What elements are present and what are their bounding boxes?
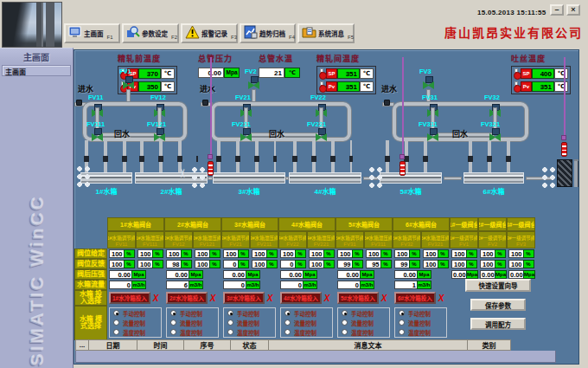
mode-radio[interactable] xyxy=(170,310,176,316)
valve-setpoint-field[interactable]: 100 xyxy=(366,249,380,258)
minimize-button[interactable]: – xyxy=(550,4,564,16)
mode-radio[interactable] xyxy=(342,320,348,326)
value-cell[interactable]: 0.00Mpa xyxy=(107,269,164,280)
value-cell[interactable]: 0% xyxy=(278,259,307,269)
value-cell[interactable]: 100% xyxy=(507,249,535,259)
tank-invest-button[interactable]: 5#水冷箱投入 xyxy=(337,292,379,304)
valve-subheader[interactable]: 3#水箱调节阀FV21 xyxy=(221,231,250,249)
toolbar-trend-archive-button[interactable]: 趋势归档 F4 xyxy=(240,23,296,43)
value-cell[interactable]: 100% xyxy=(478,259,507,269)
valve-feedback-value[interactable]: 98 xyxy=(166,260,181,268)
valve-feedback-value[interactable]: 0 xyxy=(280,260,295,268)
value-cell[interactable]: 0m3/h xyxy=(107,280,164,290)
valve-FV121[interactable] xyxy=(154,128,165,141)
sidebar-item-main-screen[interactable]: 主画面 xyxy=(2,65,71,76)
value-cell[interactable]: 100% xyxy=(336,249,364,259)
water-tank-5[interactable] xyxy=(380,172,442,184)
value-cell[interactable]: 100% xyxy=(193,259,221,269)
table-corner[interactable] xyxy=(74,231,107,249)
tank-flow-value[interactable]: 0 xyxy=(337,281,360,289)
value-cell[interactable]: 0m3/h xyxy=(336,280,393,290)
valve-feedback-value[interactable]: 95 xyxy=(366,260,380,268)
toolbar-alarm-log-button[interactable]: 报警记录 F3 xyxy=(181,23,238,43)
invest-cell[interactable]: 6#水冷箱投入X xyxy=(393,290,450,306)
valve-setpoint-field[interactable]: 100 xyxy=(451,249,466,258)
valve-setpoint-field[interactable]: 100 xyxy=(337,249,352,258)
valve-FV321[interactable] xyxy=(489,128,501,141)
valve-setpoint-field[interactable]: 100 xyxy=(195,249,209,258)
mode-cell[interactable]: 手动控制流量控制温度控制 xyxy=(164,306,221,340)
valve-setpoint-field[interactable]: 100 xyxy=(137,249,152,258)
mode-radio[interactable] xyxy=(113,320,119,326)
valve-feedback-value[interactable]: 100 xyxy=(195,260,209,268)
valve-feedback-value[interactable]: 100 xyxy=(252,260,266,268)
toolbar-system-message-button[interactable]: 系统消息 F5 xyxy=(297,23,355,43)
valve-group-header[interactable]: 2#一级阀台 xyxy=(478,217,507,231)
toolbar-parameter-set-button[interactable]: 参数设定 F2 xyxy=(122,23,179,43)
after-valve-pressure[interactable]: 0.00 xyxy=(480,270,495,279)
after-valve-pressure[interactable]: 0.00 xyxy=(508,270,523,279)
valve-subheader[interactable]: 5#水箱泄压阀FV311 xyxy=(364,231,393,249)
valve-feedback-value[interactable]: 100 xyxy=(109,260,124,268)
after-valve-pressure[interactable]: 0.00 xyxy=(337,270,360,279)
row-label[interactable]: 水箱 投入选择 xyxy=(74,290,107,306)
value-cell[interactable]: 6m3/h xyxy=(164,280,221,290)
tank-invest-button[interactable]: 4#水冷箱投入 xyxy=(280,292,322,304)
alarm-empty-list[interactable] xyxy=(75,351,556,363)
valve-setpoint-field[interactable]: 100 xyxy=(508,249,523,258)
valve-subheader[interactable]: 1#水箱泄压阀FV111 xyxy=(136,231,164,249)
mode-cell[interactable]: 手动控制流量控制温度控制 xyxy=(278,306,336,340)
mode-radio[interactable] xyxy=(227,329,233,335)
invest-cell[interactable]: 3#水冷箱投入X xyxy=(221,290,278,306)
valve-feedback-value[interactable]: 99 xyxy=(337,260,352,268)
water-tank-4[interactable] xyxy=(289,172,361,184)
quick-setup-wizard-button[interactable]: 快速设置向导 xyxy=(465,279,531,292)
valve-group-header[interactable]: 6#水箱阀台 xyxy=(393,217,450,231)
close-button[interactable]: × xyxy=(566,4,580,16)
tank-invest-button[interactable]: 2#水冷箱投入 xyxy=(166,292,208,304)
after-valve-pressure[interactable]: 0.00 xyxy=(166,270,189,279)
value-cell[interactable]: 100% xyxy=(450,259,478,269)
valve-setpoint-field[interactable]: 100 xyxy=(309,249,323,258)
mode-radio[interactable] xyxy=(284,310,291,316)
valve-subheader[interactable]: 2#水箱调节阀FV12 xyxy=(164,231,193,249)
value-cell[interactable]: 99% xyxy=(393,259,421,269)
water-tank-6[interactable] xyxy=(463,172,524,184)
valve-subheader[interactable]: 6#水箱调节阀FV32 xyxy=(393,231,421,249)
valve-subheader[interactable]: 3#水箱泄压阀FV211 xyxy=(250,231,278,249)
value-cell[interactable]: 0% xyxy=(221,259,250,269)
valve-feedback-value[interactable]: 100 xyxy=(480,260,495,268)
row-label[interactable]: 水箱 模式选择 xyxy=(74,306,107,340)
value-cell[interactable]: 95% xyxy=(364,259,393,269)
after-valve-pressure[interactable]: 0.00 xyxy=(451,270,466,279)
mode-radio[interactable] xyxy=(342,329,348,335)
invest-cell[interactable]: 2#水冷箱投入X xyxy=(164,290,221,306)
valve-subheader[interactable]: 2#一级调节阀FV2 xyxy=(478,231,507,249)
invest-cell[interactable]: 5#水冷箱投入X xyxy=(336,290,393,306)
value-cell[interactable]: 100% xyxy=(364,249,393,259)
value-cell[interactable]: 100% xyxy=(421,259,450,269)
value-cell[interactable]: 100% xyxy=(278,249,307,259)
valve-group-header[interactable]: 2#水箱阀台 xyxy=(164,217,221,231)
value-cell[interactable]: 100% xyxy=(107,259,136,269)
valve-FV211[interactable] xyxy=(240,128,252,141)
mode-radio[interactable] xyxy=(399,320,405,326)
valve-group-header[interactable]: 1#一级阀台 xyxy=(450,217,478,231)
value-cell[interactable]: 0m3/h xyxy=(278,280,336,290)
valve-feedback-value[interactable]: 99 xyxy=(394,260,409,268)
water-tank-3[interactable] xyxy=(213,172,285,184)
mode-radio[interactable] xyxy=(284,329,291,335)
value-cell[interactable]: 0m3/h xyxy=(221,280,278,290)
value-cell[interactable]: 99% xyxy=(336,259,364,269)
tank-flow-value[interactable]: 0 xyxy=(223,281,246,289)
load-recipe-button[interactable]: 调用配方 xyxy=(470,318,526,330)
valve-FV2[interactable] xyxy=(248,76,259,89)
tank-invest-button[interactable]: 6#水冷箱投入 xyxy=(394,292,436,304)
valve-setpoint-field[interactable]: 100 xyxy=(166,249,181,258)
valve-setpoint-field[interactable]: 100 xyxy=(394,249,409,258)
tank-flow-value[interactable]: 1 xyxy=(394,281,417,289)
mode-radio[interactable] xyxy=(284,320,291,326)
valve-feedback-value[interactable]: 100 xyxy=(451,260,466,268)
valve-group-header[interactable]: 5#水箱阀台 xyxy=(336,217,393,231)
invest-cell[interactable]: 1#水冷箱投入X xyxy=(107,290,164,306)
